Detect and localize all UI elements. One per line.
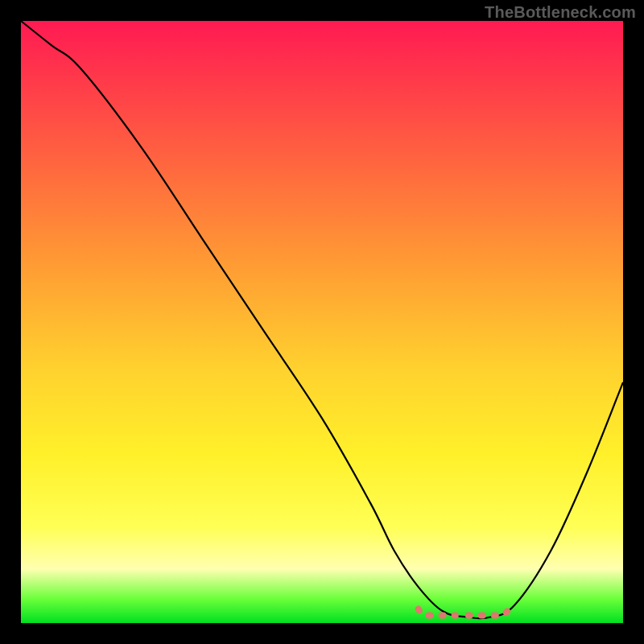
optimal-range-marker [419, 609, 509, 616]
attribution-text: TheBottleneck.com [485, 3, 636, 22]
curve-layer [21, 21, 623, 623]
bottleneck-curve [21, 21, 623, 618]
plot-area [21, 21, 623, 623]
chart-frame: TheBottleneck.com [0, 0, 644, 644]
